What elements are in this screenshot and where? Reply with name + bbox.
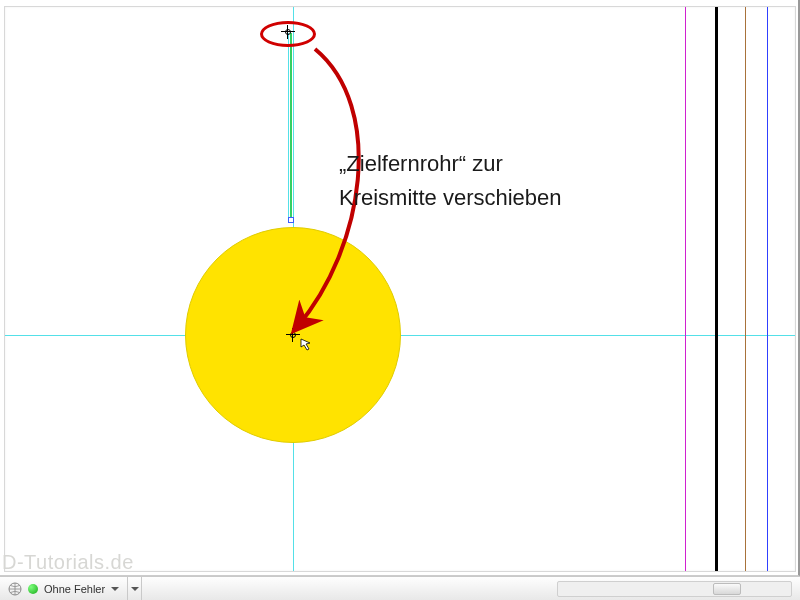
drawing-canvas-frame: „Zielfernrohr“ zur Kreismitte verschiebe… bbox=[0, 0, 800, 576]
status-ok-icon bbox=[28, 584, 38, 594]
drawing-canvas[interactable]: „Zielfernrohr“ zur Kreismitte verschiebe… bbox=[4, 6, 796, 572]
chevron-down-icon bbox=[111, 587, 119, 591]
annotation-line-2: Kreismitte verschieben bbox=[339, 181, 562, 215]
annotation-line-1: „Zielfernrohr“ zur bbox=[339, 147, 562, 181]
scrollbar-thumb[interactable] bbox=[713, 583, 741, 595]
horizontal-scrollbar[interactable] bbox=[557, 581, 792, 597]
chevron-down-icon bbox=[131, 587, 139, 591]
margin-line-magenta bbox=[685, 7, 686, 571]
margin-line-brown bbox=[745, 7, 746, 571]
watermark-text: D-Tutorials.de bbox=[2, 551, 134, 574]
margin-line-black bbox=[715, 7, 718, 571]
status-errors-label: Ohne Fehler bbox=[44, 583, 105, 595]
status-bar: Ohne Fehler bbox=[0, 576, 800, 600]
status-menu-button[interactable] bbox=[128, 577, 142, 600]
margin-line-blue bbox=[767, 7, 768, 571]
status-errors-dropdown[interactable]: Ohne Fehler bbox=[0, 577, 128, 600]
annotation-text: „Zielfernrohr“ zur Kreismitte verschiebe… bbox=[339, 147, 562, 215]
preflight-globe-icon bbox=[8, 582, 22, 596]
